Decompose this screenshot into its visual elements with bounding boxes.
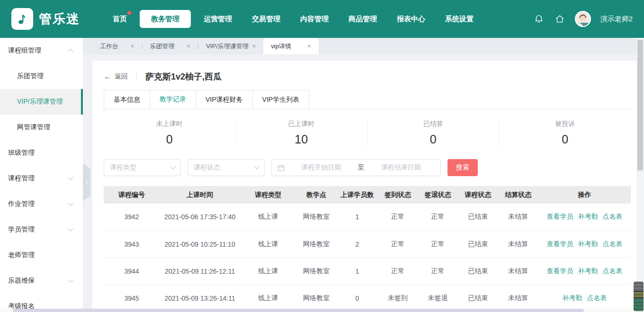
close-icon[interactable]: ×: [252, 43, 256, 50]
close-icon[interactable]: ×: [131, 43, 134, 50]
search-button[interactable]: 搜索: [447, 159, 478, 176]
sidebar-item-teachers[interactable]: 老师管理: [0, 242, 83, 268]
sidebar-item-homework[interactable]: 作业管理: [0, 191, 83, 217]
workspace-tab-label: vip详情: [271, 42, 291, 51]
roll-call-link[interactable]: 点名表: [603, 213, 623, 220]
sidebar-item-label: 网管课管理: [17, 123, 50, 132]
sidebar-item-courses[interactable]: 课程管理: [0, 166, 83, 191]
close-icon[interactable]: ×: [307, 43, 311, 50]
course-type-select[interactable]: 课程类型: [104, 159, 181, 176]
cell-course-status: 已结束: [458, 285, 498, 312]
calendar-icon: [277, 164, 285, 171]
table-row: 3942 2021-05-06 17:35-17:40 线上课 网络教室 1 正…: [104, 204, 631, 231]
nav-item-label: 首页: [113, 15, 127, 24]
vertical-scrollbar[interactable]: [636, 38, 644, 312]
page-title: 萨克斯1v2柚子,西瓜: [145, 71, 222, 82]
makeup-attendance-link[interactable]: 补考勤: [578, 240, 598, 248]
col-time: 上课时间: [160, 186, 240, 204]
select-placeholder: 课程状态: [194, 163, 220, 172]
makeup-attendance-link[interactable]: 补考勤: [563, 294, 582, 302]
back-label: 返回: [115, 72, 128, 81]
tab-vip-course-finance[interactable]: VIP课程财务: [196, 90, 253, 109]
col-student-count: 上课学员数: [337, 186, 378, 204]
sidebar-item-course-groups[interactable]: 课程组管理: [0, 38, 83, 63]
col-checkin: 签到状态: [378, 186, 418, 204]
nav-item-label: 报表中心: [397, 15, 425, 24]
nav-item-academic[interactable]: 教务管理: [140, 10, 191, 28]
nav-item-settings[interactable]: 系统设置: [435, 10, 483, 28]
widget-stripes: [634, 291, 644, 298]
workspace-tab-label: VIP/乐理课管理: [206, 42, 249, 51]
cell-checkout: 正常: [418, 204, 458, 231]
sidebar-collapse-handle[interactable]: ‹: [83, 163, 90, 201]
widget-stripes: [634, 298, 644, 311]
back-button[interactable]: ← 返回: [104, 72, 128, 81]
tab-teaching-records[interactable]: 教学记录: [150, 90, 196, 109]
stat-value: 0: [430, 133, 437, 146]
cell-actions: 补考勤点名表: [538, 285, 631, 312]
workspace-tab-vip-theory[interactable]: VIP/乐理课管理 ×: [198, 38, 263, 54]
workspace-tab-orchestra[interactable]: 乐团管理 ×: [143, 38, 198, 54]
cell-settlement: 未结算: [498, 285, 538, 312]
cell-course-type: 线上课: [240, 204, 296, 231]
stat-settled: 已结算 0: [367, 120, 499, 146]
cell-checkin: 正常: [378, 258, 418, 285]
nav-item-home[interactable]: 首页: [103, 10, 137, 28]
date-range-picker[interactable]: 课程开始日期 至 课程结束日期: [271, 159, 441, 176]
stat-value: 10: [295, 133, 308, 146]
sidebar-item-students[interactable]: 学员管理: [0, 217, 83, 242]
sidebar: 课程组管理 乐团管理 VIP/乐理课管理 网管课管理 班级管理 课程管理 作业管…: [0, 38, 83, 312]
view-students-link[interactable]: 查看学员: [547, 240, 573, 248]
nav-item-reports[interactable]: 报表中心: [387, 10, 435, 28]
view-students-link[interactable]: 查看学员: [547, 267, 573, 275]
sidebar-item-online-admin[interactable]: 网管课管理: [0, 115, 83, 140]
lessons-table: 课程编号 上课时间 课程类型 教学点 上课学员数 签到状态 签退状态 课程状态 …: [104, 186, 631, 312]
workspace-tab-dashboard[interactable]: 工作台 ×: [92, 38, 142, 54]
brand-logo-icon: [11, 8, 33, 30]
sidebar-item-classes[interactable]: 班级管理: [0, 140, 83, 166]
tab-vip-student-list[interactable]: VIP学生列表: [253, 90, 310, 109]
stat-label: 被投诉: [555, 120, 575, 128]
chevron-down-icon: [254, 164, 259, 169]
table-row: 3945 2021-05-09 13:26-14:11 线上课 网络教室 0 未…: [104, 285, 631, 312]
horizontal-scrollbar-thumb[interactable]: [13, 309, 584, 312]
chevron-down-icon: [68, 175, 73, 180]
horizontal-scrollbar[interactable]: [0, 309, 636, 312]
roll-call-link[interactable]: 点名表: [603, 267, 623, 275]
nav-item-content[interactable]: 内容管理: [290, 10, 339, 28]
floating-widget[interactable]: [634, 282, 644, 311]
view-students-link[interactable]: 查看学员: [547, 213, 573, 220]
nav-item-label: 内容管理: [300, 15, 329, 24]
vertical-scrollbar-thumb[interactable]: [637, 40, 643, 170]
makeup-attendance-link[interactable]: 补考勤: [578, 267, 598, 275]
cell-settlement: 未结算: [498, 258, 538, 285]
notification-dot: [127, 11, 131, 15]
nav-item-label: 商品管理: [349, 15, 377, 24]
content-area: ← 返回 萨克斯1v2柚子,西瓜 基本信息 教学记录 VIP课程财务 VIP学生…: [83, 54, 644, 312]
close-icon[interactable]: ×: [187, 43, 191, 50]
stat-value: 0: [166, 133, 173, 146]
app-root: 管乐迷 首页 教务管理 运营管理 交易管理 内容管理 商品管理 报表中心 系统设…: [0, 0, 644, 312]
detail-tabs: 基本信息 教学记录 VIP课程财务 VIP学生列表: [104, 90, 631, 109]
cell-checkin: 正常: [378, 204, 418, 231]
sidebar-item-vip-theory[interactable]: VIP/乐理课管理: [0, 89, 83, 115]
cell-checkout: 未签退: [418, 285, 458, 312]
bell-icon[interactable]: [533, 13, 545, 25]
makeup-attendance-link[interactable]: 补考勤: [578, 213, 598, 220]
home-icon[interactable]: [554, 13, 565, 25]
cell-checkin: 正常: [378, 231, 418, 258]
roll-call-link[interactable]: 点名表: [603, 240, 623, 248]
sidebar-item-instrument-maintenance[interactable]: 乐器维保: [0, 268, 83, 294]
nav-item-transactions[interactable]: 交易管理: [242, 10, 290, 28]
roll-call-link[interactable]: 点名表: [587, 294, 607, 302]
user-avatar[interactable]: [575, 11, 591, 27]
nav-item-operations[interactable]: 运营管理: [194, 10, 242, 28]
tab-basic-info[interactable]: 基本信息: [104, 90, 150, 109]
cell-time: 2021-05-09 11:26-12:11: [160, 258, 240, 285]
sidebar-item-orchestra[interactable]: 乐团管理: [0, 63, 83, 89]
course-status-select[interactable]: 课程状态: [188, 159, 265, 176]
user-name[interactable]: 演示老师2: [600, 15, 633, 24]
sidebar-item-label: VIP/乐理课管理: [17, 98, 63, 106]
workspace-tab-vip-detail[interactable]: vip详情 ×: [263, 38, 318, 54]
nav-item-products[interactable]: 商品管理: [339, 10, 387, 28]
